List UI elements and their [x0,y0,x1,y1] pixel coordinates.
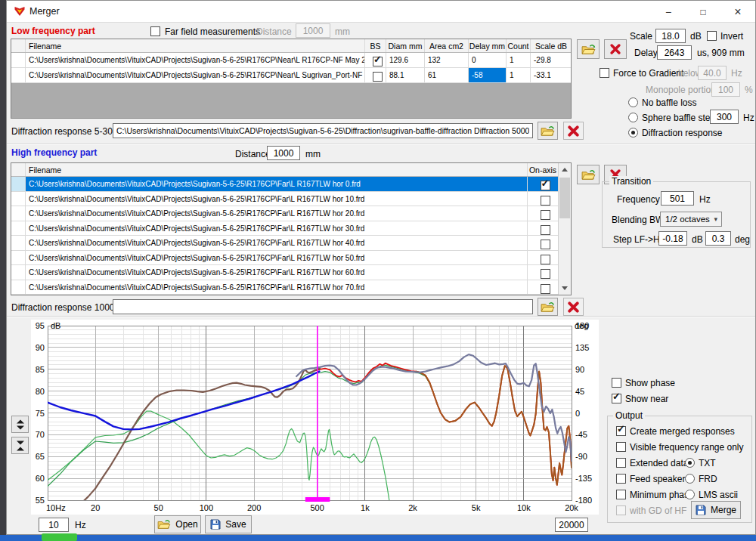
row-selector[interactable] [11,68,26,82]
hf-diffraction-delete-button[interactable] [563,298,584,316]
vertical-scrollbar[interactable] [558,163,571,295]
below-input[interactable] [698,66,727,80]
table-row[interactable]: C:\Users\krishna\Documents\VituixCAD\Pro… [11,265,571,280]
merge-button[interactable]: Merge [691,501,741,519]
filename-cell[interactable]: C:\Users\krishna\Documents\VituixCAD\Pro… [26,221,528,236]
row-selector[interactable] [11,251,26,265]
lf-header-cell[interactable] [11,39,26,52]
delay-cell[interactable]: -58 [469,68,507,82]
on-axis-cell[interactable]: ✓ [528,177,559,191]
filename-cell[interactable]: C:\Users\krishna\Documents\VituixCAD\Pro… [26,53,365,67]
extended-data-checkbox[interactable] [616,458,626,468]
hf-diffraction-open-button[interactable] [538,298,558,316]
table-row[interactable]: C:\Users\krishna\Documents\VituixCAD\Pro… [11,53,571,68]
lf-diffraction-open-button[interactable] [538,122,558,140]
hf-file-table[interactable]: FilenameOn-axisC:\Users\krishna\Document… [11,162,572,295]
bs-checkbox[interactable] [541,210,550,220]
lf-header-cell[interactable]: Filename [26,39,365,52]
lf-header-cell[interactable]: Count [507,39,531,52]
filename-cell[interactable]: C:\Users\krishna\Documents\VituixCAD\Pro… [26,251,528,265]
table-row[interactable]: C:\Users\krishna\Documents\VituixCAD\Pro… [11,236,571,251]
open-button[interactable]: Open [154,515,201,533]
merge-preview-chart[interactable]: 556065707580859095-180-135-90-4504590135… [31,320,599,515]
create-merged-checkbox[interactable]: ✓ [616,426,626,436]
table-row[interactable]: C:\Users\krishna\Documents\VituixCAD\Pro… [11,251,571,266]
bs-checkbox[interactable]: ✓ [541,181,550,190]
bs-checkbox[interactable] [541,225,550,235]
hf-header-cell[interactable] [11,163,26,176]
row-selector[interactable] [11,192,26,206]
scroll-up-button[interactable] [559,163,571,176]
delay-cell[interactable]: 0 [469,53,507,67]
minimize-button[interactable]: − [651,1,686,23]
bs-checkbox[interactable] [541,196,550,206]
invert-checkbox[interactable] [707,31,717,41]
filename-cell[interactable]: C:\Users\krishna\Documents\VituixCAD\Pro… [26,177,528,191]
lf-diffraction-path-input[interactable] [113,123,533,138]
title-bar[interactable]: Merger − □ × [7,1,755,23]
on-axis-cell[interactable] [528,192,559,206]
freq-max-input[interactable] [555,518,588,532]
bs-checkbox[interactable] [541,255,550,264]
scale-cell[interactable]: -33.1 [531,68,572,82]
row-selector[interactable] [11,221,26,236]
feed-speaker-checkbox[interactable] [616,474,626,484]
delay-input[interactable] [657,45,692,60]
area-cell[interactable]: 61 [425,68,469,82]
on-axis-cell[interactable] [528,280,559,295]
freq-min-input[interactable] [39,518,69,532]
force-gradient-checkbox[interactable] [600,68,609,78]
scale-input[interactable] [655,29,686,43]
filename-cell[interactable]: C:\Users\krishna\Documents\VituixCAD\Pro… [26,192,528,206]
bs-checkbox[interactable] [373,72,383,82]
on-axis-cell[interactable] [528,265,559,280]
format-txt-radio[interactable] [685,458,695,468]
diffraction-response-radio[interactable] [628,128,638,138]
blending-bw-select[interactable]: 1/2 octaves ▾ [660,212,722,227]
save-button[interactable]: Save [205,515,252,533]
on-axis-cell[interactable] [528,206,559,221]
on-axis-cell[interactable] [528,236,559,250]
row-selector[interactable] [11,265,26,280]
step-db-input[interactable] [658,231,687,246]
bs-checkbox[interactable] [541,269,550,279]
table-row[interactable]: C:\Users\krishna\Documents\VituixCAD\Pro… [11,206,571,221]
lf-header-cell[interactable]: Diam mm [386,39,425,52]
lf-distance-input[interactable] [296,23,330,38]
lf-open-button[interactable] [577,39,600,59]
table-row[interactable]: C:\Users\krishna\Documents\VituixCAD\Pro… [11,177,571,192]
far-field-checkbox[interactable] [150,26,160,36]
filename-cell[interactable]: C:\Users\krishna\Documents\VituixCAD\Pro… [26,236,528,250]
lf-file-table[interactable]: FilenameBSDiam mmArea cm2Delay mmCountSc… [11,39,572,119]
no-baffle-loss-radio[interactable] [628,97,638,107]
lf-diffraction-delete-button[interactable] [563,122,584,140]
lf-header-cell[interactable]: Scale dB [531,39,572,52]
bs-cell[interactable]: ✓ [365,53,386,67]
visible-range-checkbox[interactable] [616,442,626,452]
lf-delete-button[interactable] [604,39,627,59]
format-lms-radio[interactable] [685,490,695,499]
on-axis-cell[interactable] [528,221,559,236]
table-row[interactable]: C:\Users\krishna\Documents\VituixCAD\Pro… [11,68,571,83]
step-deg-input[interactable] [705,231,731,246]
row-selector[interactable] [11,53,26,67]
format-frd-radio[interactable] [685,474,695,484]
row-selector[interactable] [11,236,26,250]
bs-cell[interactable] [365,68,386,82]
row-selector[interactable] [11,177,26,191]
hf-header-cell[interactable]: Filename [26,163,528,176]
scrollbar-thumb[interactable] [559,178,570,218]
lf-header-cell[interactable]: BS [365,39,386,52]
sphere-baffle-radio[interactable] [628,113,638,122]
with-gd-checkbox[interactable] [616,505,626,515]
table-row[interactable]: C:\Users\krishna\Documents\VituixCAD\Pro… [11,192,571,207]
row-selector[interactable] [11,206,26,221]
scale-cell[interactable]: -29.8 [531,53,572,67]
hf-distance-input[interactable] [267,146,300,160]
diam-cell[interactable]: 129.6 [386,53,425,67]
show-near-checkbox[interactable]: ✓ [612,394,621,403]
monopole-input[interactable] [711,82,740,97]
compress-y-scale-button[interactable] [11,437,29,454]
table-row[interactable]: C:\Users\krishna\Documents\VituixCAD\Pro… [11,280,571,295]
hf-header-cell[interactable]: On-axis [528,163,559,176]
